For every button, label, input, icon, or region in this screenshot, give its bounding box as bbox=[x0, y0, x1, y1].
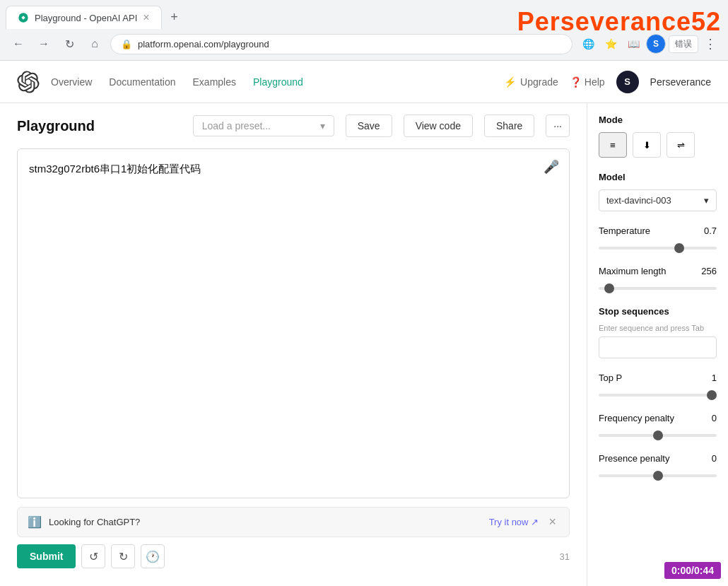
max-length-slider[interactable] bbox=[599, 287, 717, 290]
nav-overview[interactable]: Overview bbox=[51, 76, 92, 88]
reload-button[interactable]: ↻ bbox=[59, 34, 79, 54]
banner-close-button[interactable]: × bbox=[546, 515, 559, 529]
user-avatar[interactable]: S bbox=[616, 71, 639, 93]
temperature-slider[interactable] bbox=[599, 247, 717, 250]
lock-icon: 🔒 bbox=[121, 39, 132, 49]
openai-logo bbox=[17, 71, 40, 93]
model-value: text-davinci-003 bbox=[606, 195, 671, 206]
prompt-box: stm32g072rbt6串口1初始化配置代码 🎤 bbox=[17, 148, 570, 498]
model-section: Model text-davinci-003 ▾ bbox=[599, 172, 717, 211]
watermark: Perseverance52 bbox=[517, 7, 721, 37]
presence-penalty-row: Presence penalty 0 bbox=[599, 453, 717, 464]
translate-button[interactable]: 错误 bbox=[669, 35, 698, 53]
max-length-label: Maximum length bbox=[599, 266, 666, 276]
frequency-penalty-slider[interactable] bbox=[599, 434, 717, 437]
top-p-row: Top P 1 bbox=[599, 373, 717, 383]
presence-penalty-section: Presence penalty 0 bbox=[599, 453, 717, 479]
max-length-value: 256 bbox=[701, 266, 717, 276]
page-title: Playground bbox=[17, 118, 182, 134]
active-tab: Playground - OpenAI API × bbox=[6, 6, 162, 29]
stop-sequences-input[interactable] bbox=[599, 336, 717, 358]
address-text: platform.openai.com/playground bbox=[138, 39, 562, 49]
view-code-button[interactable]: View code bbox=[404, 115, 473, 137]
char-count: 31 bbox=[560, 551, 570, 562]
prompt-text: stm32g072rbt6串口1初始化配置代码 bbox=[29, 160, 558, 177]
nav-documentation[interactable]: Documentation bbox=[109, 76, 175, 88]
try-it-now-link[interactable]: Try it now ↗ bbox=[489, 517, 539, 527]
header-nav: Overview Documentation Examples Playgrou… bbox=[51, 76, 504, 88]
presence-penalty-slider-container bbox=[599, 468, 717, 479]
upgrade-button[interactable]: ⚡ Upgrade bbox=[504, 76, 558, 88]
frequency-penalty-section: Frequency penalty 0 bbox=[599, 413, 717, 439]
mode-section: Mode ≡ ⬇ ⇌ bbox=[599, 115, 717, 158]
new-tab-button[interactable]: + bbox=[165, 8, 184, 28]
top-p-slider-container bbox=[599, 387, 717, 399]
frequency-penalty-label: Frequency penalty bbox=[599, 413, 674, 423]
upgrade-label: Upgrade bbox=[520, 76, 558, 88]
chevron-down-icon: ▾ bbox=[320, 120, 325, 131]
more-options-button[interactable]: ··· bbox=[546, 115, 570, 137]
submit-button[interactable]: Submit bbox=[17, 544, 76, 568]
nav-playground[interactable]: Playground bbox=[253, 76, 303, 88]
app-header: Overview Documentation Examples Playgrou… bbox=[0, 61, 728, 103]
tab-title: Playground - OpenAI API bbox=[35, 13, 137, 23]
history-button[interactable]: 🕐 bbox=[141, 544, 165, 568]
try-label: Try it now bbox=[489, 517, 529, 527]
banner-text: Looking for ChatGPT? bbox=[49, 517, 482, 527]
preset-placeholder: Load a preset... bbox=[202, 120, 271, 131]
frequency-penalty-slider-container bbox=[599, 428, 717, 439]
reading-mode-btn[interactable]: 📖 bbox=[623, 34, 643, 54]
mode-label: Mode bbox=[599, 115, 717, 125]
max-length-row: Maximum length 256 bbox=[599, 266, 717, 276]
temperature-row: Temperature 0.7 bbox=[599, 225, 717, 236]
undo-button[interactable]: ↺ bbox=[81, 544, 105, 568]
timer-badge: 0:00/0:44 bbox=[664, 562, 721, 579]
temperature-label: Temperature bbox=[599, 225, 650, 236]
nav-examples[interactable]: Examples bbox=[193, 76, 236, 88]
save-button[interactable]: Save bbox=[346, 115, 392, 137]
tab-favicon bbox=[18, 12, 29, 23]
main-area: Playground Load a preset... ▾ Save View … bbox=[0, 103, 587, 586]
preset-select[interactable]: Load a preset... ▾ bbox=[193, 115, 334, 136]
mode-edit-button[interactable]: ⇌ bbox=[667, 132, 695, 158]
top-p-label: Top P bbox=[599, 373, 622, 383]
model-label: Model bbox=[599, 172, 717, 182]
address-bar[interactable]: 🔒 platform.openai.com/playground bbox=[110, 34, 573, 54]
max-length-section: Maximum length 256 bbox=[599, 266, 717, 292]
frequency-penalty-row: Frequency penalty 0 bbox=[599, 413, 717, 423]
bottom-bar: Submit ↺ ↻ 🕐 31 bbox=[17, 537, 570, 575]
translate-icon-btn[interactable]: 🌐 bbox=[578, 34, 598, 54]
bookmark-icon-btn[interactable]: ⭐ bbox=[601, 34, 621, 54]
back-button[interactable]: ← bbox=[8, 34, 28, 54]
presence-penalty-label: Presence penalty bbox=[599, 453, 669, 464]
presence-penalty-slider[interactable] bbox=[599, 474, 717, 477]
temperature-value: 0.7 bbox=[704, 225, 717, 236]
share-button[interactable]: Share bbox=[484, 115, 534, 137]
redo-button[interactable]: ↻ bbox=[111, 544, 135, 568]
top-p-section: Top P 1 bbox=[599, 373, 717, 399]
temperature-section: Temperature 0.7 bbox=[599, 225, 717, 252]
forward-button[interactable]: → bbox=[34, 34, 54, 54]
page-content: Playground Load a preset... ▾ Save View … bbox=[0, 103, 728, 586]
right-panel: Mode ≡ ⬇ ⇌ Model text-davinci-003 ▾ Temp… bbox=[587, 103, 728, 586]
mic-icon[interactable]: 🎤 bbox=[544, 159, 559, 175]
home-button[interactable]: ⌂ bbox=[85, 34, 105, 54]
model-select[interactable]: text-davinci-003 ▾ bbox=[599, 189, 717, 211]
mode-insert-button[interactable]: ⬇ bbox=[633, 132, 661, 158]
help-label: Help bbox=[585, 76, 605, 88]
frequency-penalty-value: 0 bbox=[712, 413, 717, 423]
mode-buttons: ≡ ⬇ ⇌ bbox=[599, 132, 717, 158]
header-actions: ⚡ Upgrade ❓ Help S Perseverance bbox=[504, 71, 711, 93]
user-name: Perseverance bbox=[650, 76, 711, 88]
browser-profile-button[interactable]: S bbox=[646, 34, 666, 54]
lightning-icon: ⚡ bbox=[504, 76, 516, 88]
tab-close-button[interactable]: × bbox=[143, 12, 149, 23]
help-circle-icon: ❓ bbox=[570, 76, 582, 88]
stop-seq-hint: Enter sequence and press Tab bbox=[599, 324, 717, 332]
top-p-slider[interactable] bbox=[599, 394, 717, 397]
external-link-icon: ↗ bbox=[531, 517, 539, 527]
help-button[interactable]: ❓ Help bbox=[570, 76, 605, 88]
mode-complete-button[interactable]: ≡ bbox=[599, 132, 627, 158]
chatgpt-banner: ℹ️ Looking for ChatGPT? Try it now ↗ × bbox=[17, 507, 570, 537]
stop-sequences-label: Stop sequences bbox=[599, 306, 717, 317]
